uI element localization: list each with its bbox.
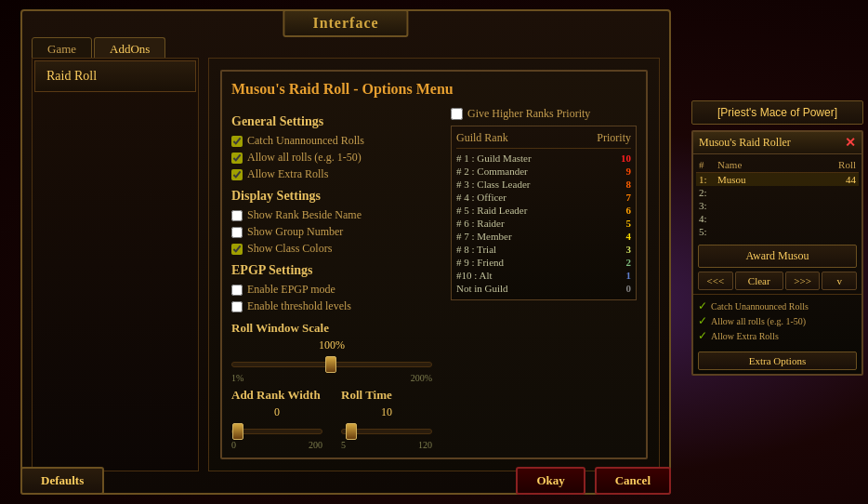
- checkbox-catch-unannounced-input[interactable]: [231, 136, 243, 147]
- roll-window-scale-slider[interactable]: [231, 362, 432, 367]
- window-title: Interface: [312, 15, 378, 31]
- roll-time-max: 120: [418, 440, 432, 450]
- checkbox-allow-all-rolls-input[interactable]: [231, 153, 243, 164]
- priority-row-1: # 1 : Guild Master 10: [456, 152, 631, 165]
- rank-9: # 9 : Friend: [456, 257, 504, 268]
- priority-row-4: # 4 : Officer 7: [456, 191, 631, 204]
- priority-row-8: # 8 : Trial 3: [456, 243, 631, 256]
- add-rank-width-marks: 0 200: [231, 440, 322, 450]
- roller-num-5: 5:: [699, 226, 717, 237]
- pv-4: 7: [612, 192, 631, 203]
- checkbox-show-rank-input[interactable]: [231, 210, 243, 221]
- sliders-row: Add Rank Width 0 0 200 Roll Time 10: [231, 388, 432, 450]
- roller-row-2: 2:: [696, 186, 859, 199]
- roller-num-4: 4:: [699, 213, 717, 224]
- priority-row-9: # 9 : Friend 2: [456, 256, 631, 269]
- rank-max: 200: [309, 440, 322, 450]
- checkbox-show-class-colors-input[interactable]: [231, 244, 243, 255]
- roll-window-scale-section: Roll Window Scale 100% 1% 200%: [231, 321, 432, 383]
- col-rank-header: Guild Rank: [456, 131, 508, 145]
- roller-roll-3: [823, 200, 856, 211]
- nav-clear-button[interactable]: Clear: [735, 272, 783, 290]
- roller-option-3-label: Allow Extra Rolls: [711, 331, 779, 341]
- scale-max: 200%: [411, 373, 432, 383]
- priority-row-3: # 3 : Class Leader 8: [456, 178, 631, 191]
- roller-check-1: ✓: [698, 299, 707, 313]
- col-num-header: #: [699, 159, 717, 170]
- sidebar-item-raid-roll[interactable]: Raid Roll: [34, 60, 196, 92]
- rank-3: # 3 : Class Leader: [456, 179, 530, 190]
- checkbox-show-group: Show Group Number: [231, 225, 432, 239]
- pv-3: 8: [612, 179, 631, 190]
- roller-close-button[interactable]: ✕: [845, 135, 856, 151]
- rank-4: # 4 : Officer: [456, 192, 506, 203]
- rank-8: # 8 : Trial: [456, 244, 496, 255]
- pv-10: 1: [612, 270, 631, 281]
- okay-button[interactable]: Okay: [516, 467, 585, 495]
- checkbox-show-group-input[interactable]: [231, 227, 243, 238]
- col-name-header: Name: [717, 159, 823, 170]
- roller-option-1-label: Catch Unannounced Rolls: [711, 301, 809, 312]
- checkbox-enable-epgp-input[interactable]: [231, 285, 243, 296]
- roller-option-2: ✓ Allow all rolls (e.g. 1-50): [698, 314, 857, 328]
- higher-ranks-checkbox[interactable]: [451, 108, 463, 120]
- higher-ranks-label: Give Higher Ranks Priority: [467, 107, 590, 121]
- checkbox-enable-threshold: Enable threshold levels: [231, 299, 432, 313]
- roller-table: # Name Roll 1: Musou 44 2: 3: 4:: [693, 154, 861, 241]
- higher-ranks-row: Give Higher Ranks Priority: [451, 107, 637, 121]
- rank-5: # 5 : Raid Leader: [456, 205, 527, 216]
- extra-options-button[interactable]: Extra Options: [698, 351, 857, 370]
- award-button[interactable]: Award Musou: [698, 245, 857, 268]
- priority-row-10: #10 : Alt 1: [456, 269, 631, 282]
- roller-name-5: [717, 226, 823, 237]
- defaults-button[interactable]: Defaults: [20, 467, 104, 495]
- epgp-section: EPGP Settings Enable EPGP mode Enable th…: [231, 263, 432, 313]
- rank-7: # 7 : Member: [456, 231, 512, 242]
- roll-time-value: 10: [341, 405, 432, 419]
- checkbox-allow-all-rolls-label: Allow all rolls (e.g. 1-50): [247, 151, 362, 165]
- priority-row-6: # 6 : Raider 5: [456, 217, 631, 230]
- priority-row-5: # 5 : Raid Leader 6: [456, 204, 631, 217]
- pv-5: 6: [612, 205, 631, 216]
- checkbox-show-rank-label: Show Rank Beside Name: [247, 208, 362, 222]
- checkbox-enable-threshold-input[interactable]: [231, 301, 243, 312]
- col-priority-header: Priority: [597, 131, 631, 145]
- checkbox-show-group-label: Show Group Number: [247, 225, 343, 239]
- sidebar: Raid Roll: [32, 58, 199, 471]
- priority-table-header: Guild Rank Priority: [456, 131, 631, 149]
- checkbox-show-class-colors-label: Show Class Colors: [247, 242, 332, 256]
- roller-name-3: [717, 200, 823, 211]
- checkbox-catch-unannounced-label: Catch Unannounced Rolls: [247, 134, 364, 148]
- nav-v-button[interactable]: v: [822, 272, 857, 290]
- checkbox-show-class-colors: Show Class Colors: [231, 242, 432, 256]
- roller-name-2: [717, 187, 823, 198]
- priest-mace-button[interactable]: [Priest's Mace of Power]: [691, 100, 863, 125]
- roll-time-min: 5: [341, 440, 346, 450]
- roller-option-3: ✓ Allow Extra Rolls: [698, 329, 857, 343]
- roller-roll-4: [823, 213, 856, 224]
- priority-row-2: # 2 : Commander 9: [456, 165, 631, 178]
- roller-option-1: ✓ Catch Unannounced Rolls: [698, 299, 857, 313]
- roll-window-scale-label: Roll Window Scale: [231, 321, 432, 336]
- roller-title-bar: Musou's Raid Roller ✕: [693, 132, 861, 154]
- rank-6: # 6 : Raider: [456, 218, 505, 229]
- roller-roll-2: [823, 187, 856, 198]
- checkbox-enable-epgp: Enable EPGP mode: [231, 283, 432, 297]
- roller-num-1: 1:: [699, 174, 717, 185]
- add-rank-width-label: Add Rank Width: [231, 388, 322, 403]
- nav-prev-button[interactable]: <<<: [698, 272, 733, 290]
- nav-next-button[interactable]: >>>: [785, 272, 821, 290]
- roller-list: 1: Musou 44 2: 3: 4: 5:: [696, 173, 859, 238]
- checkbox-allow-extra-rolls-input[interactable]: [231, 169, 243, 180]
- roll-time-slider[interactable]: [341, 429, 432, 434]
- checkbox-allow-extra-rolls-label: Allow Extra Rolls: [247, 167, 328, 181]
- roller-roll-5: [823, 226, 856, 237]
- add-rank-width-slider[interactable]: [231, 429, 322, 434]
- bottom-bar: Defaults Okay Cancel: [20, 467, 671, 495]
- rank-10: #10 : Alt: [456, 270, 493, 281]
- roll-time-group: Roll Time 10 5 120: [341, 388, 432, 450]
- roller-options: ✓ Catch Unannounced Rolls ✓ Allow all ro…: [693, 294, 861, 348]
- roller-table-header: # Name Roll: [696, 157, 859, 173]
- cancel-button[interactable]: Cancel: [595, 467, 671, 495]
- pv-11: 0: [612, 283, 631, 294]
